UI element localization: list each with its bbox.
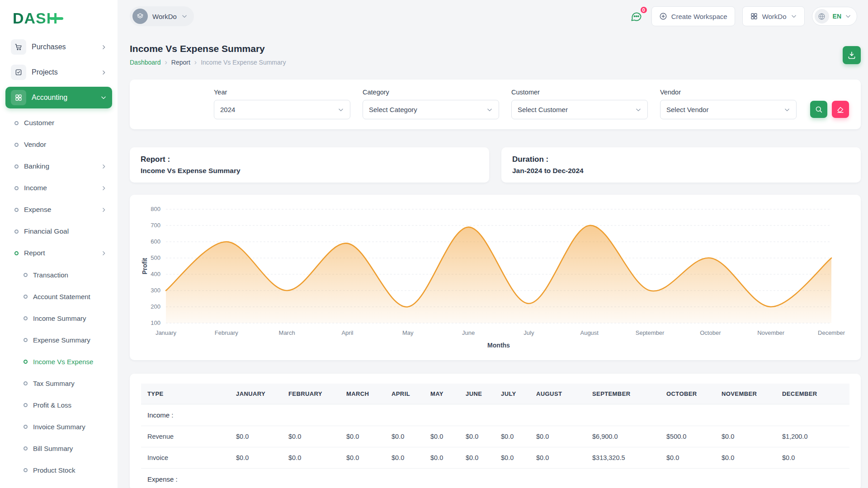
column-header-january: JANUARY xyxy=(231,384,284,404)
sidebar-item-label: Income Vs Expense xyxy=(33,358,93,366)
sidebar-item-label: Purchases xyxy=(32,43,66,51)
value-cell: $0.0 xyxy=(662,447,717,469)
value-cell: $0.0 xyxy=(778,447,849,469)
download-button[interactable] xyxy=(843,46,861,64)
chevron-down-icon xyxy=(181,13,188,19)
breadcrumb-link[interactable]: Report xyxy=(171,59,190,66)
column-header-june: JUNE xyxy=(461,384,496,404)
sidebar-item-report[interactable]: Report xyxy=(5,242,112,264)
category-select[interactable]: Select Category xyxy=(363,100,499,119)
sidebar-item-purchases[interactable]: Purchases xyxy=(5,36,112,58)
sidebar-item-label: Projects xyxy=(32,68,58,76)
reset-filter-button[interactable] xyxy=(832,101,849,118)
globe-icon xyxy=(815,9,829,23)
logo-dash-icon xyxy=(50,17,63,20)
breadcrumb: Dashboard›Report›Income Vs Expense Summa… xyxy=(130,59,286,66)
create-workspace-button[interactable]: Create Workspace xyxy=(651,6,735,26)
bullet-ring-icon xyxy=(24,338,28,342)
svg-text:Profit: Profit xyxy=(141,258,148,274)
workspace-switcher[interactable]: WorkDo xyxy=(130,6,194,26)
chevron-right-icon xyxy=(101,250,107,256)
value-cell: $0.0 xyxy=(496,447,532,469)
cart-icon xyxy=(11,39,26,55)
column-header-october: OCTOBER xyxy=(662,384,717,404)
svg-text:August: August xyxy=(580,329,599,336)
workspace-name: WorkDo xyxy=(152,13,177,20)
sidebar-item-label: Product Stock xyxy=(33,466,75,474)
column-header-september: SEPTEMBER xyxy=(588,384,662,404)
chevron-down-icon xyxy=(791,13,797,19)
selected-value: 2024 xyxy=(220,106,235,113)
customer-select[interactable]: Select Customer xyxy=(511,100,648,119)
workspace-avatar-icon xyxy=(132,9,148,24)
chart-card: 100200300400500600700800JanuaryFebruaryM… xyxy=(130,195,861,360)
accounting-grid-icon xyxy=(11,90,26,105)
main-content: Income Vs Expense Summary Dashboard›Repo… xyxy=(118,33,868,488)
bullet-ring-icon xyxy=(24,381,28,385)
value-cell: $0.0 xyxy=(426,426,461,447)
sidebar-item-cash-flow[interactable]: Cash Flow xyxy=(5,481,112,488)
bullet-ring-icon xyxy=(24,316,28,320)
language-selector[interactable]: EN xyxy=(812,7,857,26)
vendor-select[interactable]: Select Vendor xyxy=(660,100,797,119)
eraser-icon xyxy=(836,105,844,113)
sidebar-item-tax-summary[interactable]: Tax Summary xyxy=(5,372,112,394)
sidebar-item-vendor[interactable]: Vendor xyxy=(5,134,112,155)
column-header-november: NOVEMBER xyxy=(717,384,778,404)
sidebar-item-account-statement[interactable]: Account Statement xyxy=(5,286,112,307)
svg-text:February: February xyxy=(215,329,239,336)
app-logo[interactable]: DASH xyxy=(5,5,58,31)
value-cell: $0.0 xyxy=(342,426,387,447)
filter-fields: Year2024CategorySelect CategoryCustomerS… xyxy=(214,89,797,119)
report-card: Report : Income Vs Expense Summary xyxy=(130,147,489,183)
svg-text:September: September xyxy=(636,329,665,336)
report-card-value: Income Vs Expense Summary xyxy=(141,167,478,175)
selected-value: Select Vendor xyxy=(666,106,708,113)
apply-filter-button[interactable] xyxy=(810,101,827,118)
sidebar-item-income-vs-expense[interactable]: Income Vs Expense xyxy=(5,351,112,372)
bullet-ring-icon xyxy=(14,164,19,169)
sidebar-item-label: Report xyxy=(24,249,45,257)
sidebar-item-product-stock[interactable]: Product Stock xyxy=(5,459,112,481)
sidebar-item-expense-summary[interactable]: Expense Summary xyxy=(5,329,112,351)
sidebar-item-income[interactable]: Income xyxy=(5,177,112,199)
column-header-april: APRIL xyxy=(387,384,426,404)
sidebar-item-invoice-summary[interactable]: Invoice Summary xyxy=(5,416,112,437)
plus-circle-icon xyxy=(659,12,667,20)
sidebar-item-label: Expense Summary xyxy=(33,336,90,344)
svg-text:October: October xyxy=(700,329,721,336)
sidebar-item-bill-summary[interactable]: Bill Summary xyxy=(5,437,112,459)
sidebar-item-label: Banking xyxy=(24,162,49,170)
sidebar-item-projects[interactable]: Projects xyxy=(5,61,112,83)
chevron-right-icon xyxy=(101,164,107,169)
summary-cards-row: Report : Income Vs Expense Summary Durat… xyxy=(130,147,861,183)
row-type-cell: Revenue xyxy=(141,426,231,447)
breadcrumb-link[interactable]: Dashboard xyxy=(130,59,161,66)
workdo-apps-button[interactable]: WorkDo xyxy=(742,6,805,26)
sidebar-item-banking[interactable]: Banking xyxy=(5,155,112,177)
sidebar-item-customer[interactable]: Customer xyxy=(5,112,112,134)
filter-label: Customer xyxy=(511,89,648,96)
sidebar-item-profit-loss[interactable]: Profit & Loss xyxy=(5,394,112,416)
value-cell: $0.0 xyxy=(231,426,284,447)
duration-card-title: Duration : xyxy=(512,155,850,164)
value-cell: $0.0 xyxy=(426,447,461,469)
column-header-december: DECEMBER xyxy=(778,384,849,404)
content-column: WorkDo 0 Create Workspace xyxy=(118,0,868,488)
column-header-february: FEBRUARY xyxy=(284,384,342,404)
chevron-right-icon xyxy=(101,70,107,75)
filter-actions xyxy=(810,101,849,118)
messages-button[interactable]: 0 xyxy=(628,9,644,24)
sidebar-item-expense[interactable]: Expense xyxy=(5,199,112,221)
sidebar: DASH PurchasesProjectsAccountingCustomer… xyxy=(0,0,118,488)
year-select[interactable]: 2024 xyxy=(214,100,350,119)
sidebar-item-financial-goal[interactable]: Financial Goal xyxy=(5,221,112,242)
sidebar-item-income-summary[interactable]: Income Summary xyxy=(5,307,112,329)
clipboard-check-icon xyxy=(11,65,26,80)
value-cell: $0.0 xyxy=(717,426,778,447)
bullet-ring-icon xyxy=(24,295,28,299)
sidebar-item-accounting[interactable]: Accounting xyxy=(5,87,112,108)
sidebar-item-transaction[interactable]: Transaction xyxy=(5,264,112,286)
chevron-right-icon xyxy=(101,44,107,50)
bullet-ring-icon xyxy=(24,273,28,277)
